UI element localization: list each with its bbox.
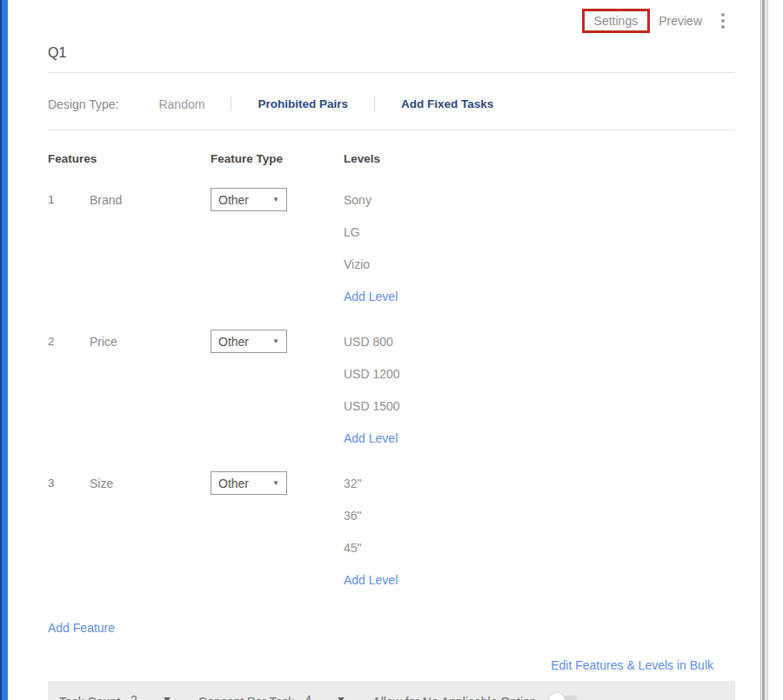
feature-type-select[interactable]: Other ▼ (211, 188, 287, 211)
feature-name[interactable]: Brand (90, 183, 211, 216)
add-level-link[interactable]: Add Level (344, 422, 735, 454)
no-applicable-option-label: Allow for No Applicable Option (372, 695, 536, 700)
task-count-label: Task Count (59, 695, 120, 700)
design-type-option-prohibited-pairs[interactable]: Prohibited Pairs (258, 97, 348, 110)
settings-highlight-box: Settings (582, 9, 651, 33)
task-count-value: 2 (130, 693, 137, 700)
feature-type-select[interactable]: Other ▼ (211, 330, 287, 353)
kebab-dot (721, 25, 725, 29)
concept-per-task-label: Concept Per Task (198, 695, 294, 700)
levels-list: USD 800 USD 1200 USD 1500 Add Level (344, 325, 735, 454)
add-feature-link[interactable]: Add Feature (48, 621, 115, 635)
design-type-option-add-fixed-tasks[interactable]: Add Fixed Tasks (401, 97, 493, 110)
feature-name[interactable]: Size (90, 467, 211, 499)
kebab-dot (721, 13, 725, 17)
toggle-knob (548, 693, 566, 700)
header-actions: Settings Preview (48, 0, 730, 35)
task-settings-bar: Task Count 2 Concept Per Task 4 Allow fo… (48, 681, 735, 700)
kebab-menu-icon[interactable] (716, 10, 730, 32)
select-arrow-icon: ▼ (272, 196, 279, 203)
features-table-header: Features Feature Type Levels (48, 152, 735, 165)
feature-row: 1 Brand Other ▼ Sony LG Vizio Add Level (48, 183, 735, 312)
design-type-label: Design Type: (48, 97, 118, 111)
select-arrow-icon: ▼ (272, 337, 279, 345)
concept-per-task-select[interactable]: 4 (302, 693, 347, 700)
level-value[interactable]: USD 1500 (344, 390, 735, 422)
concept-per-task-value: 4 (304, 693, 311, 700)
task-count-select[interactable]: 2 (128, 693, 173, 700)
level-value[interactable]: USD 800 (344, 325, 735, 357)
feature-type-select-value: Other (218, 477, 249, 490)
levels-list: Sony LG Vizio Add Level (344, 183, 735, 312)
level-value[interactable]: Sony (344, 183, 735, 216)
feature-type-select[interactable]: Other ▼ (211, 471, 287, 495)
column-header-features: Features (48, 152, 211, 165)
scrollbar-thumb[interactable] (762, 0, 765, 700)
add-level-link[interactable]: Add Level (344, 563, 735, 596)
feature-row: 3 Size Other ▼ 32" 36" 45" Add Level (48, 467, 735, 596)
edit-features-levels-bulk-link[interactable]: Edit Features & Levels in Bulk (551, 658, 713, 672)
column-header-feature-type: Feature Type (211, 152, 344, 165)
level-value[interactable]: Vizio (344, 248, 735, 280)
level-value[interactable]: 36" (344, 499, 735, 531)
level-value[interactable]: 32" (344, 467, 735, 499)
design-type-option-random[interactable]: Random (158, 97, 204, 111)
separator (374, 97, 375, 111)
column-header-levels: Levels (344, 152, 735, 165)
vertical-scrollbar[interactable] (760, 0, 768, 700)
separator (231, 97, 231, 111)
feature-type-select-value: Other (218, 193, 249, 207)
feature-index: 3 (48, 467, 90, 499)
feature-index: 1 (48, 183, 90, 216)
select-arrow-icon: ▼ (272, 479, 279, 487)
levels-list: 32" 36" 45" Add Level (344, 467, 735, 596)
design-type-row: Design Type: Random Prohibited Pairs Add… (48, 97, 735, 130)
feature-name[interactable]: Price (90, 325, 211, 357)
question-title: Q1 (48, 45, 735, 73)
left-accent-bar (0, 0, 8, 700)
features-rows: 1 Brand Other ▼ Sony LG Vizio Add Level … (48, 183, 735, 596)
level-value[interactable]: LG (344, 216, 735, 248)
settings-button[interactable]: Settings (594, 14, 639, 28)
question-editor-panel: Settings Preview Q1 Design Type: Random … (48, 0, 735, 700)
kebab-dot (721, 19, 725, 23)
no-applicable-option-toggle[interactable] (550, 696, 579, 700)
feature-type-select-value: Other (218, 335, 249, 349)
level-value[interactable]: 45" (344, 531, 735, 563)
level-value[interactable]: USD 1200 (344, 357, 735, 390)
preview-button[interactable]: Preview (655, 9, 706, 33)
feature-row: 2 Price Other ▼ USD 800 USD 1200 USD 150… (48, 325, 735, 454)
add-level-link[interactable]: Add Level (344, 280, 735, 312)
feature-index: 2 (48, 325, 90, 357)
bulk-edit-row: Edit Features & Levels in Bulk (48, 657, 735, 673)
